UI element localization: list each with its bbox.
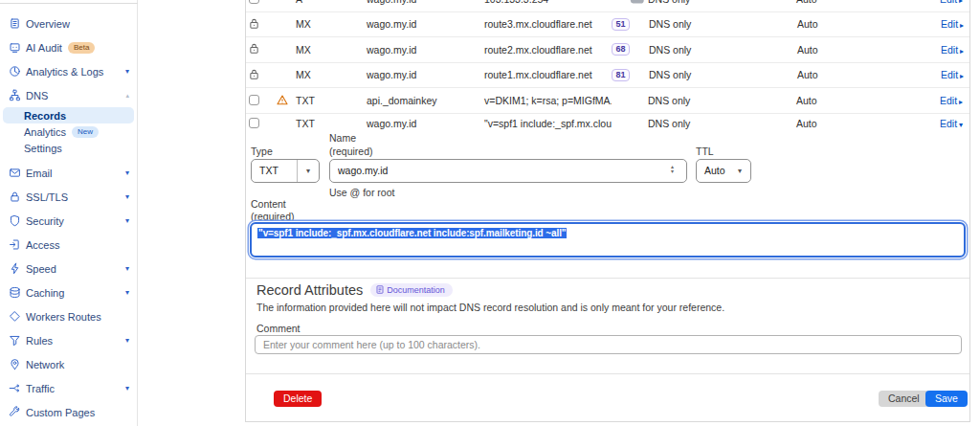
record-type: A bbox=[294, 0, 365, 5]
sidebar-item-records[interactable]: Records bbox=[3, 107, 134, 123]
record-priority-cell: 81 bbox=[612, 69, 630, 81]
workers-routes-icon bbox=[7, 309, 22, 325]
record-edit-cell: Edit▸ bbox=[941, 44, 969, 56]
sidebar-item-dns[interactable]: DNS▴ bbox=[0, 83, 137, 107]
row-select-cell bbox=[246, 42, 271, 56]
sidebar-item-security[interactable]: Security▾ bbox=[0, 209, 137, 233]
section-divider bbox=[246, 278, 969, 279]
edit-label: Edit bbox=[941, 18, 958, 30]
chevron-down-icon: ▾ bbox=[125, 288, 129, 297]
sidebar-item-analytics-logs[interactable]: Analytics & Logs▾ bbox=[0, 59, 137, 83]
edit-link[interactable]: Edit▾ bbox=[940, 118, 963, 129]
name-input[interactable] bbox=[329, 159, 687, 183]
sidebar-item-label: Caching bbox=[26, 287, 64, 299]
chevron-down-icon: ▾ bbox=[125, 384, 129, 392]
chevron-down-icon: ▾ bbox=[125, 192, 129, 201]
ttl-select-value: Auto bbox=[697, 165, 729, 176]
triangle-right-icon: ▸ bbox=[959, 98, 963, 106]
access-icon bbox=[7, 237, 22, 253]
overview-icon bbox=[7, 16, 22, 32]
record-proxy-cell: DNS only bbox=[629, 0, 791, 5]
type-select-value: TXT bbox=[252, 165, 297, 176]
chevron-down-icon: ▾ bbox=[125, 264, 129, 273]
record-attributes-heading: Record Attributes Documentation bbox=[256, 282, 453, 298]
sidebar-item-label: Overview bbox=[26, 18, 70, 30]
edit-link[interactable]: Edit▸ bbox=[940, 0, 963, 5]
edit-label: Edit bbox=[940, 95, 957, 106]
table-row: Awago.my.id103.133.3.254DNS onlyAutoEdit… bbox=[246, 0, 969, 12]
ai-audit-icon bbox=[7, 40, 22, 56]
sidebar-item-workers-routes[interactable]: Workers Routes bbox=[0, 304, 137, 328]
traffic-icon bbox=[7, 381, 22, 396]
chevron-up-icon: ▴ bbox=[125, 92, 129, 100]
sidebar-item-overview[interactable]: Overview bbox=[0, 11, 137, 35]
record-name: wago.my.id bbox=[365, 18, 482, 30]
triangle-down-icon: ▾ bbox=[959, 121, 963, 129]
sidebar-item-label: Speed bbox=[26, 263, 56, 275]
sidebar-item-access[interactable]: Access bbox=[0, 233, 137, 257]
sidebar-item-label: Rules bbox=[26, 335, 53, 347]
proxy-cloud-icon[interactable] bbox=[629, 0, 645, 6]
row-select-cell bbox=[246, 68, 271, 82]
type-select[interactable]: TXT ▾ bbox=[251, 159, 320, 183]
row-checkbox[interactable] bbox=[249, 0, 259, 4]
table-row: MXwago.my.idroute3.mx.cloudflare.net51DN… bbox=[246, 12, 969, 38]
record-type: MX bbox=[294, 44, 365, 56]
security-icon bbox=[7, 213, 22, 229]
record-type: TXT bbox=[294, 95, 365, 106]
record-edit-cell: Edit▸ bbox=[941, 18, 969, 30]
delete-button[interactable]: Delete bbox=[274, 391, 322, 407]
row-checkbox[interactable] bbox=[249, 118, 259, 128]
triangle-right-icon: ▸ bbox=[959, 0, 963, 5]
content-textarea[interactable]: "v=spf1 include:_spf.mx.cloudflare.net i… bbox=[250, 222, 966, 258]
record-name: api._domainkey bbox=[365, 95, 482, 106]
edit-link[interactable]: Edit▸ bbox=[941, 69, 964, 80]
record-type: MX bbox=[294, 69, 365, 80]
record-ttl: Auto bbox=[791, 0, 940, 5]
caching-icon bbox=[7, 285, 22, 301]
sidebar-item-custom-pages[interactable]: Custom Pages bbox=[0, 400, 137, 424]
proxy-status: DNS only bbox=[649, 44, 691, 56]
priority-badge: 81 bbox=[612, 69, 630, 81]
sidebar-nav: OverviewAI AuditBetaAnalytics & Logs▾DNS… bbox=[0, 11, 137, 424]
sidebar-item-caching[interactable]: Caching▾ bbox=[0, 280, 137, 304]
sidebar-item-settings[interactable]: Settings bbox=[0, 140, 137, 156]
record-edit-cell: Edit▸ bbox=[940, 95, 969, 106]
cancel-button[interactable]: Cancel bbox=[879, 391, 929, 407]
sidebar-item-label: Custom Pages bbox=[26, 407, 95, 418]
edit-link[interactable]: Edit▸ bbox=[941, 18, 964, 30]
comment-input[interactable] bbox=[255, 335, 962, 354]
triangle-right-icon: ▸ bbox=[960, 21, 964, 30]
edit-link[interactable]: Edit▸ bbox=[941, 44, 964, 56]
sidebar-item-speed[interactable]: Speed▾ bbox=[0, 257, 137, 280]
record-proxy-cell: DNS only bbox=[629, 95, 791, 106]
proxy-status: DNS only bbox=[649, 18, 691, 30]
ttl-select[interactable]: Auto ▾ bbox=[696, 159, 751, 183]
documentation-link[interactable]: Documentation bbox=[370, 283, 453, 297]
name-required-label: (required) bbox=[329, 146, 373, 157]
sidebar-item-network[interactable]: Network bbox=[0, 352, 137, 376]
sidebar-item-analytics[interactable]: AnalyticsNew bbox=[0, 123, 137, 140]
sidebar-item-ai-audit[interactable]: AI AuditBeta bbox=[0, 35, 137, 59]
documentation-label: Documentation bbox=[387, 285, 445, 295]
name-stepper-icon[interactable]: ▴▾ bbox=[671, 165, 674, 174]
document-icon bbox=[376, 285, 384, 294]
sidebar-item-label: Access bbox=[26, 239, 59, 251]
row-select-cell bbox=[246, 95, 271, 105]
sidebar-item-rules[interactable]: Rules▾ bbox=[0, 328, 137, 352]
sidebar-item-traffic[interactable]: Traffic▾ bbox=[0, 376, 137, 400]
triangle-right-icon: ▸ bbox=[960, 72, 964, 80]
edit-link[interactable]: Edit▸ bbox=[940, 95, 963, 106]
record-name: wago.my.id bbox=[365, 44, 482, 56]
row-checkbox[interactable] bbox=[249, 95, 259, 105]
sidebar-item-email[interactable]: Email▾ bbox=[0, 161, 137, 185]
comment-label: Comment bbox=[256, 323, 301, 334]
save-button[interactable]: Save bbox=[925, 391, 968, 407]
chevron-down-icon: ▾ bbox=[298, 167, 319, 175]
sidebar-item-ssl-tls[interactable]: SSL/TLS▾ bbox=[0, 185, 137, 209]
priority-badge: 51 bbox=[612, 18, 630, 31]
email-icon bbox=[7, 166, 22, 181]
record-ttl: Auto bbox=[792, 18, 941, 30]
chevron-down-icon: ▾ bbox=[125, 168, 129, 177]
record-name: wago.my.id bbox=[365, 0, 482, 5]
